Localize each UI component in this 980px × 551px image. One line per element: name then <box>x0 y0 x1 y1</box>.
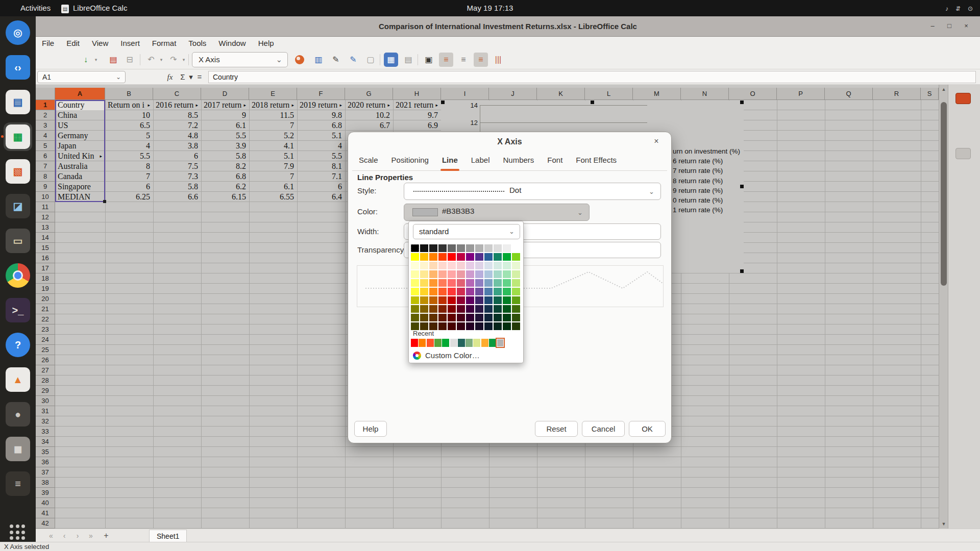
cell-F5[interactable]: 4 <box>298 141 345 151</box>
cell-C5[interactable]: 3.8 <box>154 141 201 151</box>
cell-A9[interactable]: Singapore <box>56 182 105 192</box>
cell-G2[interactable]: 10.2 <box>346 110 393 120</box>
palette-swatch-FFD428[interactable] <box>420 288 428 295</box>
palette-swatch-614800[interactable] <box>420 314 428 321</box>
palette-swatch-0F634C[interactable] <box>494 296 502 304</box>
palette-swatch-FF4000[interactable] <box>438 253 447 261</box>
palette-swatch-FFFF00[interactable] <box>411 253 419 261</box>
palette-swatch-333333[interactable] <box>438 244 447 252</box>
palette-swatch-E9F8D2[interactable] <box>512 262 520 269</box>
cell-E2[interactable]: 11.5 <box>250 110 297 120</box>
row-header-20[interactable]: 20 <box>36 294 55 304</box>
row-header-38[interactable]: 38 <box>36 478 55 488</box>
palette-swatch-FF7B59[interactable] <box>438 279 447 287</box>
scroll-up-icon[interactable]: ▲ <box>939 87 948 92</box>
row-header-10[interactable]: 10 <box>36 192 55 202</box>
palette-swatch-FF8A17[interactable] <box>429 288 437 295</box>
cell-A8[interactable]: Canada <box>56 171 105 182</box>
line-color-select[interactable]: #B3B3B3 ⌄ <box>404 204 590 221</box>
row-header-17[interactable]: 17 <box>36 263 55 273</box>
palette-swatch-F7D1D5[interactable] <box>457 262 465 269</box>
cell-D7[interactable]: 8.2 <box>202 161 249 171</box>
palette-swatch-E16173[interactable] <box>457 279 465 287</box>
palette-swatch-FFA6A6[interactable] <box>448 270 456 278</box>
palette-swatch-BF0041[interactable] <box>457 253 465 261</box>
cell-D3[interactable]: 6.1 <box>202 120 249 131</box>
cell-A7[interactable]: Australia <box>56 161 105 171</box>
palette-swatch-6FC2A4[interactable] <box>494 279 502 287</box>
menu-view[interactable]: View <box>86 37 114 50</box>
column-header-D[interactable]: D <box>201 88 249 100</box>
sheet-tab-sheet1[interactable]: Sheet1 <box>149 530 187 542</box>
menu-window[interactable]: Window <box>212 37 252 50</box>
cell-G1[interactable]: 2020 return▸ <box>346 100 393 110</box>
palette-swatch-0A4233[interactable] <box>494 305 502 313</box>
palette-swatch-102439[interactable] <box>484 314 493 321</box>
cell-E8[interactable]: 7 <box>250 171 297 182</box>
palette-swatch-111111[interactable] <box>420 244 428 252</box>
next-sheet-icon[interactable]: › <box>71 529 84 542</box>
row-header-15[interactable]: 15 <box>36 243 55 253</box>
column-header-K[interactable]: K <box>537 88 585 100</box>
cell-D5[interactable]: 3.9 <box>202 141 249 151</box>
window-titlebar[interactable]: Comparison of International Investment R… <box>36 16 980 37</box>
line-style-icon[interactable]: ✎ <box>346 53 360 67</box>
palette-swatch-2CBD5C[interactable] <box>503 288 511 295</box>
h-grid-icon[interactable]: ≡ <box>474 53 488 67</box>
palette-swatch-D9E2EC[interactable] <box>484 262 493 269</box>
palette-swatch-808080[interactable] <box>457 244 465 252</box>
palette-swatch-BF8F00[interactable] <box>420 296 428 304</box>
palette-swatch-9FDD49[interactable] <box>512 288 520 295</box>
redo-icon[interactable]: ↷▾ <box>166 53 181 67</box>
palette-swatch-B566B5[interactable] <box>466 279 474 287</box>
palette-swatch-D3F1DC[interactable] <box>503 262 511 269</box>
cell-B4[interactable]: 5 <box>106 131 153 141</box>
cell-B9[interactable]: 6 <box>106 182 153 192</box>
palette-swatch-802000[interactable] <box>438 305 447 313</box>
sum-icon[interactable]: Σ <box>178 71 188 83</box>
recent-swatch-FF0000[interactable] <box>411 339 418 347</box>
palette-swatch-BFBF00[interactable] <box>411 296 419 304</box>
row-header-28[interactable]: 28 <box>36 375 55 386</box>
close-button[interactable]: × <box>961 21 972 32</box>
palette-swatch-470000[interactable] <box>448 322 456 330</box>
export-pdf-icon[interactable]: ▤ <box>106 53 120 67</box>
row-header-36[interactable]: 36 <box>36 457 55 467</box>
palette-swatch-2A6099[interactable] <box>484 253 493 261</box>
cell-C3[interactable]: 7.2 <box>154 120 201 131</box>
column-header-G[interactable]: G <box>345 88 393 100</box>
column-header-C[interactable]: C <box>153 88 201 100</box>
cell-B2[interactable]: 10 <box>106 110 153 120</box>
chart-wall-icon[interactable]: ▣ <box>422 53 436 67</box>
row-header-19[interactable]: 19 <box>36 284 55 294</box>
palette-swatch-FFDBB6[interactable] <box>429 262 437 269</box>
select-all-corner[interactable] <box>36 88 55 100</box>
palette-swatch-480018[interactable] <box>457 314 465 321</box>
legend-options-icon[interactable]: ≡ <box>456 53 471 67</box>
palette-swatch-609F13[interactable] <box>512 296 520 304</box>
terminal-icon[interactable]: >_ <box>6 298 30 322</box>
palette-swatch-AEC6DE[interactable] <box>484 270 493 278</box>
menu-insert[interactable]: Insert <box>114 37 146 50</box>
menu-edit[interactable]: Edit <box>60 37 86 50</box>
palette-swatch-B8AEDC[interactable] <box>475 270 483 278</box>
cell-C10[interactable]: 6.6 <box>154 192 201 202</box>
row-header-14[interactable]: 14 <box>36 233 55 243</box>
palette-swatch-007F26[interactable] <box>503 296 511 304</box>
row-header-16[interactable]: 16 <box>36 253 55 263</box>
dialog-close-icon[interactable]: × <box>650 135 663 148</box>
system-tray[interactable]: ♪⇵⊙ <box>938 0 973 16</box>
row-header-6[interactable]: 6 <box>36 151 55 161</box>
row-header-39[interactable]: 39 <box>36 488 55 498</box>
palette-swatch-2A1846[interactable] <box>475 305 483 313</box>
palette-swatch-9FE3B2[interactable] <box>503 270 511 278</box>
palette-swatch-30500A[interactable] <box>512 314 520 321</box>
cancel-button[interactable]: Cancel <box>582 421 625 437</box>
palette-swatch-EEEEEE[interactable] <box>503 244 511 252</box>
menu-format[interactable]: Format <box>146 37 183 50</box>
cell-C7[interactable]: 7.5 <box>154 161 201 171</box>
column-header-F[interactable]: F <box>297 88 345 100</box>
first-sheet-icon[interactable]: « <box>45 529 57 542</box>
column-header-Q[interactable]: Q <box>825 88 873 100</box>
save-icon[interactable]: ↓▾ <box>79 53 93 67</box>
